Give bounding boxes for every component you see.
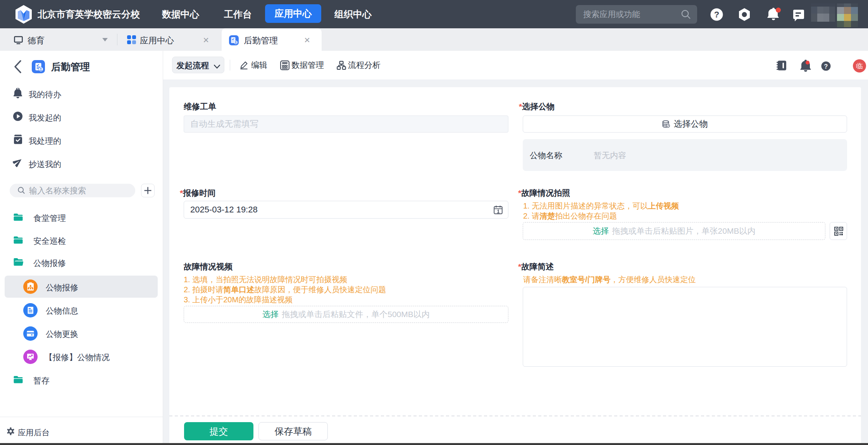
svg-text:?: ?: [714, 10, 719, 19]
svg-text:?: ?: [824, 63, 828, 70]
